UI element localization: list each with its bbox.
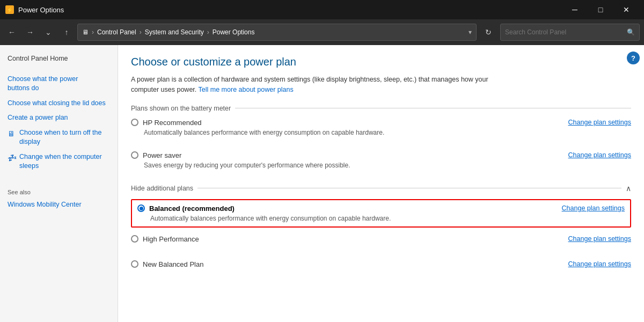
see-also-label: See also <box>0 185 118 197</box>
path-icon: 🖥 <box>82 28 89 36</box>
section-divider2 <box>197 188 621 188</box>
sidebar-power-buttons[interactable]: Choose what the powerbuttons do <box>0 72 118 96</box>
back-button[interactable]: ← <box>4 25 19 40</box>
maximize-button[interactable]: □ <box>588 0 613 19</box>
sidebar-turn-off-display[interactable]: 🖥 Choose when to turn off the display <box>0 126 118 150</box>
content-description: A power plan is a collection of hardware… <box>131 75 496 95</box>
main-layout: Control Panel Home Choose what the power… <box>0 45 644 322</box>
help-button[interactable]: ? <box>627 52 640 64</box>
search-input[interactable] <box>505 28 624 36</box>
path-control-panel[interactable]: Control Panel <box>97 28 136 36</box>
radio-high-perf[interactable] <box>131 235 138 243</box>
sidebar-lid[interactable]: Choose what closing the lid does <box>0 96 118 111</box>
learn-more-link[interactable]: Tell me more about power plans <box>199 86 294 93</box>
plan-saver-label: Power saver <box>131 151 181 159</box>
hide-additional-section-header: Hide additional plans ∧ <box>131 184 631 193</box>
hide-additional-label: Hide additional plans <box>131 185 193 192</box>
hp-desc: Automatically balances performance with … <box>144 129 631 136</box>
refresh-button[interactable]: ↻ <box>480 24 497 41</box>
window-title: Power Options <box>18 6 64 14</box>
plan-high-performance: High Performance Change plan settings <box>131 235 631 253</box>
plan-new-balanced-label: New Balanced Plan <box>131 260 203 268</box>
plan-balanced-label: Balanced (recommended) <box>137 204 235 213</box>
content-area: Choose or customize a power plan A power… <box>118 45 644 322</box>
path-power-options[interactable]: Power Options <box>213 28 255 36</box>
saver-desc: Saves energy by reducing your computer's… <box>144 162 631 169</box>
title-bar: ⚡ Power Options ─ □ ✕ <box>0 0 644 19</box>
address-path[interactable]: 🖥 › Control Panel › System and Security … <box>77 24 477 41</box>
balanced-change-link[interactable]: Change plan settings <box>562 204 625 212</box>
plan-hp2-label: High Performance <box>131 235 199 243</box>
radio-saver[interactable] <box>131 151 138 159</box>
dropdown-arrow[interactable]: ▾ <box>469 28 472 36</box>
high-perf-change-link[interactable]: Change plan settings <box>568 235 631 243</box>
saver-change-link[interactable]: Change plan settings <box>568 151 631 159</box>
app-icon: ⚡ <box>5 5 14 14</box>
page-title: Choose or customize a power plan <box>131 56 631 68</box>
recent-button[interactable]: ⌄ <box>41 25 56 40</box>
chevron-up-icon[interactable]: ∧ <box>626 184 631 193</box>
search-icon: 🔍 <box>627 28 635 36</box>
minimize-button[interactable]: ─ <box>562 0 587 19</box>
plan-new-balanced: New Balanced Plan Change plan settings <box>131 260 631 278</box>
sidebar-home: Control Panel Home <box>0 52 118 67</box>
sidebar-mobility-center[interactable]: Windows Mobility Center <box>0 197 118 213</box>
radio-hp[interactable] <box>131 119 138 126</box>
sleep-icon: 💤 <box>8 153 16 164</box>
section-divider <box>235 108 631 108</box>
plan-balanced-highlighted: Balanced (recommended) Change plan setti… <box>131 199 631 228</box>
path-system-security[interactable]: System and Security <box>145 28 204 36</box>
radio-new-balanced[interactable] <box>131 260 138 268</box>
display-icon: 🖥 <box>8 129 16 140</box>
close-button[interactable]: ✕ <box>614 0 639 19</box>
up-button[interactable]: ↑ <box>59 25 74 40</box>
sidebar-create-plan[interactable]: Create a power plan <box>0 111 118 126</box>
radio-balanced[interactable] <box>137 204 145 212</box>
window-controls: ─ □ ✕ <box>562 0 639 19</box>
sidebar: Control Panel Home Choose what the power… <box>0 45 118 322</box>
hp-change-link[interactable]: Change plan settings <box>568 119 631 126</box>
battery-meter-section-header: Plans shown on the battery meter <box>131 105 631 112</box>
address-bar: ← → ⌄ ↑ 🖥 › Control Panel › System and S… <box>0 19 644 45</box>
plan-hp-label: HP Recommended <box>131 119 202 127</box>
plan-power-saver: Power saver Change plan settings Saves e… <box>131 151 631 177</box>
balanced-desc: Automatically balances performance with … <box>150 215 625 222</box>
sidebar-sleep[interactable]: 💤 Change when the computer sleeps <box>0 150 118 174</box>
new-balanced-change-link[interactable]: Change plan settings <box>568 260 631 268</box>
forward-button[interactable]: → <box>23 25 38 40</box>
battery-meter-label: Plans shown on the battery meter <box>131 105 231 112</box>
plan-hp-recommended: HP Recommended Change plan settings Auto… <box>131 119 631 144</box>
search-box: 🔍 <box>500 24 640 41</box>
